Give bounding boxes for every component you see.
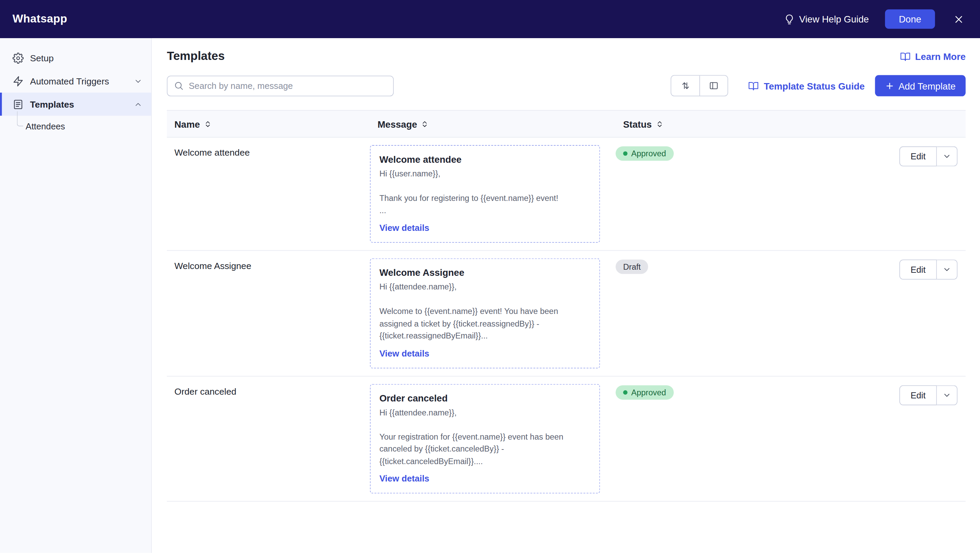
edit-dropdown-button[interactable] (937, 385, 958, 405)
whatsapp-settings-window: Whatsapp View Help Guide Done (0, 0, 980, 553)
guide-book-icon (748, 80, 759, 91)
lightbulb-icon (784, 13, 795, 24)
edit-button[interactable]: Edit (899, 385, 937, 405)
status-badge: Approved (616, 147, 673, 161)
view-details-link[interactable]: View details (379, 348, 430, 358)
view-controls (671, 75, 728, 96)
column-label: Message (377, 118, 417, 129)
plus-icon (885, 81, 894, 91)
view-help-guide-link[interactable]: View Help Guide (784, 13, 869, 24)
message-body: Hi {{user.name}}, Thank you for register… (379, 167, 591, 216)
chevron-up-icon (134, 100, 143, 108)
add-template-button[interactable]: Add Template (875, 75, 966, 96)
close-icon (954, 14, 964, 24)
zap-icon (13, 75, 24, 86)
sidebar: Setup Automated Triggers Templates Atten… (0, 38, 152, 553)
table-row: Welcome attendee Welcome attendee Hi {{u… (167, 137, 966, 251)
table-row: Order canceled Order canceled Hi {{atten… (167, 376, 966, 502)
column-label: Status (623, 118, 652, 129)
edit-dropdown-button[interactable] (937, 147, 958, 167)
main-content: Templates Learn More (152, 38, 980, 553)
sidebar-item-automated-triggers[interactable]: Automated Triggers (0, 70, 151, 92)
edit-button[interactable]: Edit (899, 147, 937, 167)
sort-icon (204, 120, 212, 128)
search-input[interactable] (167, 75, 394, 96)
sort-icon (655, 120, 663, 128)
status-dot (623, 151, 627, 156)
sort-icon (421, 120, 429, 128)
template-name: Welcome Assignee (167, 251, 370, 376)
templates-table: Name Message Status (167, 110, 966, 502)
edit-split-button: Edit (899, 147, 958, 167)
edit-dropdown-button[interactable] (937, 260, 958, 280)
template-icon (13, 99, 24, 110)
template-status-guide-label: Template Status Guide (764, 80, 865, 91)
add-template-label: Add Template (898, 80, 956, 91)
column-label: Name (174, 118, 200, 129)
status-badge: Approved (616, 385, 673, 399)
table-row: Welcome Assignee Welcome Assignee Hi {{a… (167, 251, 966, 376)
status-label: Draft (623, 262, 641, 272)
view-details-link[interactable]: View details (379, 473, 430, 483)
sort-button[interactable] (671, 76, 700, 96)
template-status-guide-link[interactable]: Template Status Guide (748, 80, 865, 91)
toolbar: Template Status Guide Add Template (167, 75, 966, 96)
message-title: Welcome attendee (379, 154, 591, 164)
edit-split-button: Edit (899, 260, 958, 280)
status-dot (623, 390, 627, 394)
table-header: Name Message Status (167, 110, 966, 137)
close-button[interactable] (951, 11, 966, 27)
chevron-down-icon (943, 390, 951, 399)
message-preview-card: Welcome Assignee Hi {{attendee.name}}, W… (370, 258, 600, 368)
book-icon (900, 51, 911, 62)
sidebar-item-setup[interactable]: Setup (0, 46, 151, 70)
message-title: Order canceled (379, 393, 591, 403)
learn-more-label: Learn More (915, 51, 966, 62)
chevron-down-icon (943, 265, 951, 274)
gear-icon (13, 52, 24, 63)
template-name: Welcome attendee (167, 137, 370, 250)
column-header-status[interactable]: Status (616, 118, 883, 129)
toolbar-right: Template Status Guide Add Template (671, 75, 966, 96)
edit-split-button: Edit (899, 385, 958, 405)
done-button[interactable]: Done (885, 10, 935, 29)
message-preview-card: Welcome attendee Hi {{user.name}}, Thank… (370, 145, 600, 243)
sidebar-item-label: Templates (30, 99, 74, 109)
tree-connector (17, 112, 23, 126)
status-label: Approved (631, 387, 666, 397)
page-title: Templates (167, 49, 224, 63)
message-body: Hi {{attendee.name}}, Welcome to {{event… (379, 281, 591, 342)
view-help-guide-label: View Help Guide (799, 14, 869, 24)
search-box (167, 75, 394, 96)
column-header-message[interactable]: Message (370, 118, 616, 129)
sidebar-item-attendees[interactable]: Attendees (0, 116, 151, 137)
message-title: Welcome Assignee (379, 267, 591, 277)
topbar-actions: View Help Guide Done (784, 10, 966, 29)
status-badge: Draft (616, 260, 648, 274)
search-icon (174, 80, 184, 90)
column-header-name[interactable]: Name (167, 118, 370, 129)
app-title: Whatsapp (13, 13, 67, 26)
sidebar-item-label: Automated Triggers (30, 76, 109, 86)
status-label: Approved (631, 149, 666, 158)
sidebar-item-label: Setup (30, 53, 54, 63)
chevron-down-icon (943, 152, 951, 161)
edit-button[interactable]: Edit (899, 260, 937, 280)
chevron-down-icon (134, 76, 143, 86)
sidebar-item-label: Attendees (25, 121, 65, 131)
topbar: Whatsapp View Help Guide Done (0, 0, 980, 38)
learn-more-link[interactable]: Learn More (900, 51, 966, 62)
template-name: Order canceled (167, 376, 370, 501)
columns-icon (709, 81, 719, 91)
message-preview-card: Order canceled Hi {{attendee.name}}, You… (370, 384, 600, 493)
sort-arrows-icon (681, 81, 690, 91)
columns-button[interactable] (700, 76, 728, 96)
message-body: Hi {{attendee.name}}, Your registration … (379, 406, 591, 467)
view-details-link[interactable]: View details (379, 223, 430, 233)
